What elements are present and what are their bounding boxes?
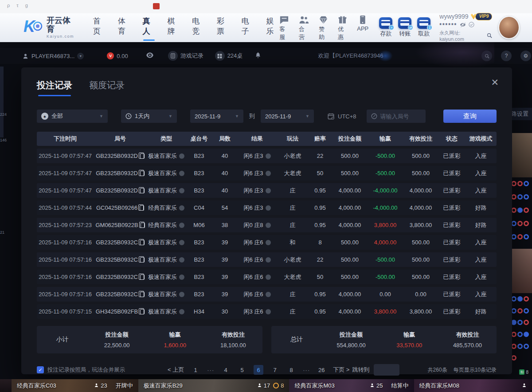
menu-item[interactable]: 彩票	[216, 14, 230, 41]
bell-icon[interactable]	[255, 52, 261, 60]
page-number[interactable]: 7	[270, 365, 280, 375]
info-icon[interactable]	[266, 274, 271, 280]
user-avatar[interactable]	[498, 16, 520, 39]
menu-item[interactable]: 首页	[93, 14, 106, 41]
round-count: 40	[212, 187, 237, 194]
round-count: 30	[212, 308, 237, 315]
menu-item[interactable]: 真人	[142, 14, 156, 41]
magnifier-icon[interactable]	[487, 33, 492, 40]
live-table-tile[interactable]: 经典百家乐M0325结算中	[289, 379, 414, 392]
round-search-field[interactable]	[367, 110, 426, 123]
game-record-link[interactable]: 游戏记录	[168, 51, 203, 61]
copy-icon[interactable]	[140, 309, 145, 314]
wallet-link-转账[interactable]: ⇄转账	[398, 17, 411, 38]
dealer-video-fragment[interactable]	[512, 133, 532, 177]
page-number[interactable]: 8	[286, 365, 296, 375]
prev-page-button[interactable]: < 上页	[168, 366, 184, 374]
player-account[interactable]: PLAYER46873... ▾	[22, 53, 84, 59]
wallet-link-存款[interactable]: +存款	[379, 17, 392, 38]
site-logo[interactable]: K 开云体育 Kaiyun.com	[23, 16, 74, 39]
info-icon[interactable]	[179, 223, 184, 228]
players-count: 23	[94, 382, 107, 389]
menu-item[interactable]: 体育	[117, 14, 131, 41]
verify-check-icon[interactable]	[469, 21, 474, 30]
chevron-down-icon[interactable]: ▾	[77, 53, 84, 59]
copy-icon[interactable]	[141, 223, 145, 228]
info-icon[interactable]	[266, 257, 271, 263]
timezone-group[interactable]: UTC+8	[327, 113, 356, 120]
category-dropdown[interactable]: ♠ 全部 ▼	[37, 110, 108, 123]
merge-checkbox[interactable]: ✓	[37, 366, 44, 373]
copy-icon[interactable]	[140, 257, 145, 263]
modal-tab[interactable]: 额度记录	[89, 79, 125, 91]
info-icon[interactable]	[179, 171, 184, 176]
copy-icon[interactable]	[140, 292, 145, 297]
info-icon[interactable]	[179, 153, 184, 159]
close-icon[interactable]: ✕	[491, 77, 499, 88]
quick-link-赞助[interactable]: 赞助	[319, 14, 328, 41]
permanent-site-label: 永久网址: kaiyun.com	[439, 30, 485, 43]
info-icon[interactable]	[179, 309, 184, 314]
eye-off-icon[interactable]	[460, 21, 466, 30]
odds: 0.95	[308, 187, 332, 194]
valid-bet: 4,000.00	[403, 187, 438, 194]
quick-link-合营[interactable]: 合营	[299, 14, 309, 41]
info-icon[interactable]	[266, 240, 271, 245]
info-icon[interactable]	[179, 205, 184, 211]
menu-item[interactable]: 棋牌	[167, 14, 180, 41]
copy-icon[interactable]	[140, 240, 145, 245]
game-type: 极速百家乐	[147, 169, 186, 177]
page-number[interactable]: 1	[191, 365, 200, 375]
info-icon[interactable]	[179, 292, 184, 297]
info-icon[interactable]	[266, 223, 271, 228]
info-icon[interactable]	[266, 188, 271, 193]
date-from-picker[interactable]: 2025-11-9 ▼	[190, 110, 243, 123]
info-icon[interactable]	[179, 240, 184, 245]
query-button[interactable]: 查询	[443, 110, 497, 123]
menu-item[interactable]: 电子	[241, 14, 255, 41]
quick-link-APP[interactable]: APP	[357, 14, 368, 41]
info-icon[interactable]	[266, 309, 271, 314]
round-search-input[interactable]	[380, 113, 419, 120]
time-range-dropdown[interactable]: 1天内 ▼	[121, 110, 177, 123]
info-icon[interactable]	[266, 171, 271, 176]
info-icon[interactable]	[266, 292, 271, 297]
date-to-picker[interactable]: 2025-11-9 ▼	[261, 110, 314, 123]
tables-count-link[interactable]: 224桌	[215, 51, 243, 61]
info-icon[interactable]	[266, 153, 271, 159]
status-badge: 已派彩	[438, 169, 465, 177]
eye-icon[interactable]	[146, 52, 154, 59]
menu-item[interactable]: 电竞	[192, 14, 205, 41]
help-icon[interactable]: ?	[501, 51, 512, 61]
copy-icon[interactable]	[140, 274, 145, 280]
copy-icon[interactable]	[140, 153, 145, 159]
balance-group[interactable]: V 0.00	[107, 52, 128, 59]
info-icon[interactable]	[179, 274, 184, 280]
live-table-tile[interactable]: 经典百家乐M08	[414, 379, 532, 392]
quick-link-客服[interactable]: 客服	[279, 14, 289, 41]
info-icon[interactable]	[266, 205, 271, 211]
quick-link-优惠[interactable]: 优惠	[338, 14, 347, 41]
wallet-link-取款[interactable]: ↥取款	[417, 17, 430, 38]
page-number[interactable]: 26	[317, 365, 326, 375]
dealer-video-fragment[interactable]	[512, 249, 532, 293]
column-header: 桌台号	[186, 135, 212, 143]
live-table-tile[interactable]: 经典百家乐C0323开牌中	[12, 379, 138, 392]
menu-item[interactable]: 娱乐	[266, 14, 280, 41]
page-number[interactable]: 5	[237, 365, 247, 375]
win-loss: -500.00	[368, 256, 403, 263]
next-page-button[interactable]: 下页 >	[333, 366, 349, 374]
copy-icon[interactable]	[140, 188, 145, 193]
copy-icon[interactable]	[140, 205, 144, 211]
live-table-tile[interactable]: 极速百家乐B29178	[138, 379, 289, 392]
jump-to-input[interactable]	[374, 364, 399, 376]
copy-icon[interactable]	[140, 171, 145, 176]
page-number[interactable]: 4	[221, 365, 231, 375]
info-icon[interactable]	[179, 188, 184, 193]
info-icon[interactable]	[179, 257, 184, 263]
players-count	[522, 382, 527, 389]
modal-tab[interactable]: 投注记录	[37, 79, 72, 91]
settings-icon[interactable]: ⚙	[520, 51, 531, 61]
page-number[interactable]: 6	[254, 365, 263, 375]
table-number: C04	[186, 204, 212, 211]
